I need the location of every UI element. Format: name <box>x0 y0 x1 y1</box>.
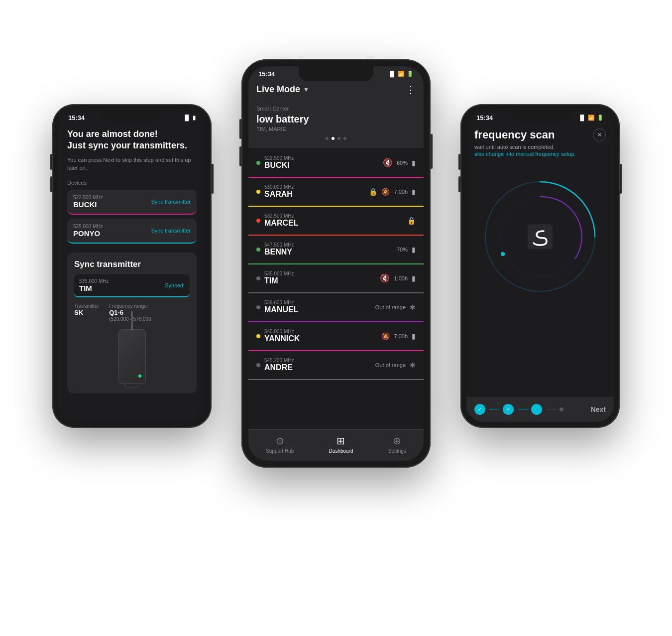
sarah-info: 530.000 MHz SARAH <box>264 184 369 199</box>
transmitter-value: SK <box>74 309 99 316</box>
sarah-indicator <box>256 190 260 194</box>
step-4 <box>560 407 563 411</box>
freq-range-value: Q1-6 <box>109 309 151 316</box>
ponyo-sync[interactable]: Sync transmitter <box>151 228 191 234</box>
bucki-freq: 522.500 MHz <box>73 195 103 200</box>
right-signal-icon: ▐▌ <box>578 115 586 121</box>
tim-indicator <box>256 276 260 280</box>
center-phone-screen: 15:34 ▐▌ 📶 🔋 Live Mode ▼ ⋮ <box>248 66 424 461</box>
center-header-title: Live Mode ▼ <box>256 84 309 95</box>
freq-scan-link[interactable]: also change into manual frequency setup. <box>474 151 576 157</box>
yannick-info: 540.000 MHz YANNICK <box>264 329 381 343</box>
left-title: You are almost done! Just sync your tran… <box>67 128 197 152</box>
transmitter-img <box>114 327 149 386</box>
left-time: 15:34 <box>68 114 85 122</box>
manuel-bt-icon: ✱ <box>410 303 416 311</box>
andre-bt-icon: ✱ <box>410 361 416 369</box>
channel-manuel[interactable]: 539.600 MHz MANUEL Out of range ✱ <box>248 293 424 322</box>
left-main: You are almost done! Just sync your tran… <box>58 124 206 253</box>
center-time: 15:34 <box>258 70 275 78</box>
pagination-dots <box>256 137 416 140</box>
sync-device-tim: 535.000 MHz TIM Synced! <box>74 274 190 297</box>
tim-freq: 535.000 MHz <box>79 278 109 284</box>
yannick-battery: ▮ <box>412 332 416 340</box>
dashboard-icon: ⊞ <box>336 435 345 447</box>
battery-icon-left: ▮ <box>193 115 196 121</box>
ponyo-freq: 525.000 MHz <box>73 224 103 229</box>
yannick-mute-icon: 🔕 <box>381 332 390 340</box>
left-content: 15:34 ▐▌ ▮ You are almost done! Just syn… <box>58 110 206 422</box>
battery-icon-center: 🔋 <box>407 71 414 77</box>
marcel-lock-icon: 🔒 <box>407 217 416 225</box>
center-header: Live Mode ▼ ⋮ <box>248 80 424 101</box>
marcel-info: 532.500 MHz MARCEL <box>264 213 407 228</box>
phones-container: 15:34 ▐▌ ▮ You are almost done! Just syn… <box>37 44 635 592</box>
smart-center-banner: Smart Center low battery TIM, MARIE <box>248 101 424 148</box>
yannick-indicator <box>256 334 260 338</box>
dropdown-arrow-icon[interactable]: ▼ <box>303 86 309 93</box>
freq-scan-subtitle: wait until auto scan is completed. <box>474 143 576 151</box>
tim-status: Synced! <box>165 282 185 288</box>
phone-left: 15:34 ▐▌ ▮ You are almost done! Just syn… <box>52 104 212 428</box>
manuel-info: 539.600 MHz MANUEL <box>264 300 375 314</box>
close-button[interactable]: ✕ <box>593 128 606 141</box>
channel-list: 522.500 MHz BUCKI 🔇 60% ▮ 530. <box>248 149 424 429</box>
nav-settings[interactable]: ⊕ Settings <box>388 435 406 454</box>
nav-support-hub[interactable]: ⊙ Support Hub <box>266 435 294 454</box>
sarah-right: 🔒 🔕 7:00h ▮ <box>369 188 416 196</box>
wifi-icon: 📶 <box>398 71 405 77</box>
channel-andre[interactable]: 545.200 MHz ANDRE Out of range ✱ <box>248 351 424 380</box>
bucki-right: 🔇 60% ▮ <box>383 158 416 167</box>
freq-range-values2: (520.000 - 576.000 <box>109 316 151 322</box>
signal-bars-icon: ▐▌ <box>388 71 396 77</box>
center-content: 15:34 ▐▌ 📶 🔋 Live Mode ▼ ⋮ <box>248 66 424 461</box>
nav-dashboard[interactable]: ⊞ Dashboard <box>329 435 353 454</box>
phone-right: 15:34 ▐▌ 📶 🔋 frequency scan wait until a… <box>460 104 620 428</box>
andre-right: Out of range ✱ <box>375 361 416 369</box>
step-1: ✓ <box>474 404 485 415</box>
sarah-lock-icon: 🔒 <box>369 188 377 196</box>
channel-yannick[interactable]: 540.000 MHz YANNICK 🔕 7:00h ▮ <box>248 322 424 351</box>
step-3 <box>531 404 542 415</box>
step-line-3 <box>546 409 556 410</box>
yannick-right: 🔕 7:00h ▮ <box>381 332 416 340</box>
freq-range-label: Frequency range: <box>109 303 151 309</box>
marcel-indicator <box>256 219 260 223</box>
right-battery-icon: 🔋 <box>597 115 604 121</box>
channel-benny[interactable]: 547.500 MHz BENNY 70% ▮ <box>248 236 424 264</box>
settings-label: Settings <box>388 448 406 454</box>
benny-indicator <box>256 248 260 252</box>
channel-marcel[interactable]: 532.500 MHz MARCEL 🔒 <box>248 207 424 236</box>
device-row-bucki[interactable]: 522.500 MHz BUCKI Sync transmitter <box>67 190 197 215</box>
devices-label: Devices <box>67 180 197 186</box>
sennheiser-logo <box>525 222 555 252</box>
ponyo-name: PONYO <box>73 229 103 238</box>
next-button[interactable]: Next <box>591 405 606 413</box>
support-hub-label: Support Hub <box>266 448 294 454</box>
andre-info: 545.200 MHz ANDRE <box>264 358 375 372</box>
freq-scan-header: frequency scan wait until auto scan is c… <box>466 124 614 162</box>
tim-battery: ▮ <box>412 274 416 282</box>
tim-mute-icon: 🔇 <box>380 273 390 283</box>
bucki-mute-icon: 🔇 <box>383 158 393 167</box>
bottom-nav: ⊙ Support Hub ⊞ Dashboard ⊕ Settings <box>248 429 424 461</box>
channel-tim[interactable]: 535.000 MHz TIM 🔇 1:00h ▮ <box>248 264 424 293</box>
right-wifi-icon: 📶 <box>588 115 595 121</box>
device-row-ponyo[interactable]: 525.000 MHz PONYO Sync transmitter <box>67 219 197 244</box>
right-content: 15:34 ▐▌ 📶 🔋 frequency scan wait until a… <box>466 110 614 422</box>
step-2: ✓ <box>503 404 514 415</box>
more-options-icon[interactable]: ⋮ <box>406 84 416 96</box>
bucki-info: 522.500 MHz BUCKI <box>264 155 383 170</box>
left-status-icons: ▐▌ ▮ <box>183 115 196 121</box>
sarah-battery: ▮ <box>412 188 416 196</box>
bucki-sync[interactable]: Sync transmitter <box>151 199 191 205</box>
channel-bucki[interactable]: 522.500 MHz BUCKI 🔇 60% ▮ <box>248 149 424 178</box>
step-line-2 <box>518 409 527 410</box>
center-status-icons: ▐▌ 📶 🔋 <box>388 71 414 77</box>
benny-info: 547.500 MHz BENNY <box>264 242 397 256</box>
svg-point-3 <box>501 252 505 256</box>
channel-sarah[interactable]: 530.000 MHz SARAH 🔒 🔕 7:00h ▮ <box>248 178 424 207</box>
benny-battery: ▮ <box>412 246 416 254</box>
left-notch <box>102 110 162 122</box>
left-subtitle: You can press Next to skip this step and… <box>67 156 197 172</box>
